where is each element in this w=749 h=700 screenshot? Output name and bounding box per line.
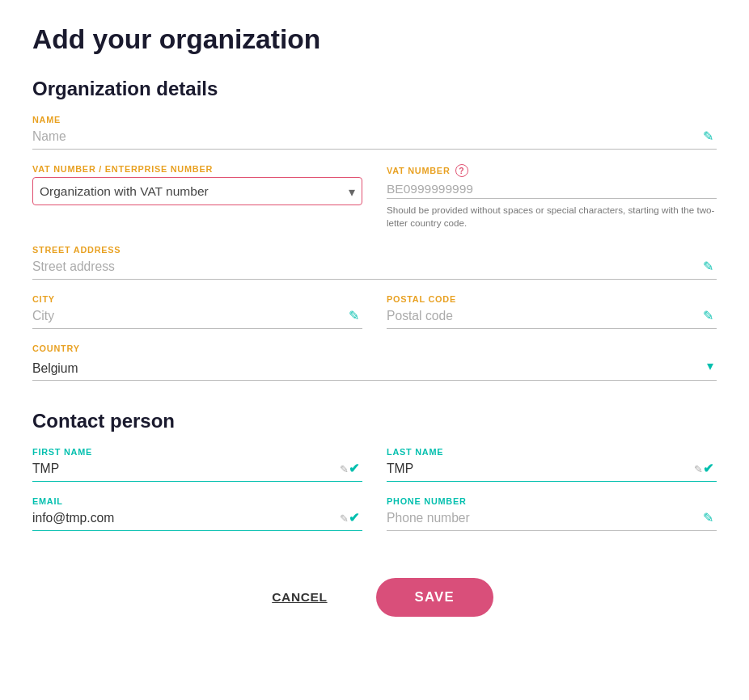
- last-name-label: LAST NAME: [387, 447, 717, 457]
- name-field-group: NAME ✎: [32, 115, 717, 150]
- name-label: NAME: [32, 115, 717, 124]
- vat-enterprise-dropdown-wrapper: Organization with VAT number Organizatio…: [32, 177, 362, 205]
- country-field-group: COUNTRY Belgium France Germany Netherlan…: [32, 344, 717, 381]
- page-title: Add your organization: [32, 24, 717, 55]
- postal-input[interactable]: [387, 307, 717, 325]
- vat-row: VAT NUMBER / ENTERPRISE NUMBER Organizat…: [32, 164, 717, 230]
- vat-hint-text: Should be provided without spaces or spe…: [387, 204, 717, 230]
- street-label: STREET ADDRESS: [32, 245, 717, 255]
- city-postal-row: CITY ✎ POSTAL CODE ✎: [32, 294, 717, 344]
- first-name-field-wrapper: ✎✔: [32, 460, 362, 482]
- email-input[interactable]: [32, 509, 362, 527]
- contact-heading: Contact person: [32, 410, 717, 432]
- phone-field-wrapper: ✎: [387, 509, 717, 531]
- city-label: CITY: [32, 294, 362, 304]
- last-name-field-wrapper: ✎✔: [387, 460, 717, 482]
- city-input[interactable]: [32, 307, 362, 325]
- vat-number-input[interactable]: [387, 180, 717, 199]
- last-name-group: LAST NAME ✎✔: [387, 447, 717, 496]
- vat-number-group: VAT NUMBER ? Should be provided without …: [387, 164, 717, 230]
- country-label: COUNTRY: [32, 344, 717, 353]
- last-name-input[interactable]: [387, 460, 717, 478]
- phone-label: PHONE NUMBER: [387, 496, 717, 506]
- name-input[interactable]: [32, 128, 717, 145]
- postal-field-wrapper: ✎: [387, 307, 717, 329]
- contact-section: Contact person FIRST NAME ✎✔ LAST NAME ✎…: [32, 410, 717, 546]
- postal-label: POSTAL CODE: [387, 294, 717, 304]
- phone-input[interactable]: [387, 509, 717, 527]
- org-details-heading: Organization details: [32, 78, 717, 100]
- postal-field-group: POSTAL CODE ✎: [387, 294, 717, 344]
- city-field-wrapper: ✎: [32, 307, 362, 329]
- vat-enterprise-select[interactable]: Organization with VAT number Organizatio…: [40, 181, 355, 201]
- country-select[interactable]: Belgium France Germany Netherlands Unite…: [32, 356, 717, 380]
- city-field-group: CITY ✎: [32, 294, 362, 344]
- email-label: EMAIL: [32, 496, 362, 506]
- name-row: FIRST NAME ✎✔ LAST NAME ✎✔: [32, 447, 717, 496]
- email-phone-row: EMAIL ✎✔ PHONE NUMBER ✎: [32, 496, 717, 546]
- org-details-section: Organization details NAME ✎ VAT NUMBER /…: [32, 78, 717, 381]
- vat-enterprise-label: VAT NUMBER / ENTERPRISE NUMBER: [32, 164, 362, 174]
- cancel-button[interactable]: CANCEL: [256, 582, 343, 613]
- vat-number-label: VAT NUMBER: [387, 166, 451, 175]
- save-button[interactable]: SAVE: [376, 578, 493, 617]
- phone-group: PHONE NUMBER ✎: [387, 496, 717, 546]
- country-select-wrapper: Belgium France Germany Netherlands Unite…: [32, 356, 717, 381]
- email-field-wrapper: ✎✔: [32, 509, 362, 531]
- button-row: CANCEL SAVE: [32, 578, 717, 617]
- vat-enterprise-group: VAT NUMBER / ENTERPRISE NUMBER Organizat…: [32, 164, 362, 230]
- first-name-label: FIRST NAME: [32, 447, 362, 457]
- street-input[interactable]: [32, 258, 717, 276]
- email-group: EMAIL ✎✔: [32, 496, 362, 546]
- street-field-group: STREET ADDRESS ✎: [32, 245, 717, 280]
- first-name-group: FIRST NAME ✎✔: [32, 447, 362, 496]
- street-field-wrapper: ✎: [32, 258, 717, 280]
- first-name-input[interactable]: [32, 460, 362, 478]
- name-field-wrapper: ✎: [32, 128, 717, 150]
- vat-number-help-icon[interactable]: ?: [455, 164, 468, 177]
